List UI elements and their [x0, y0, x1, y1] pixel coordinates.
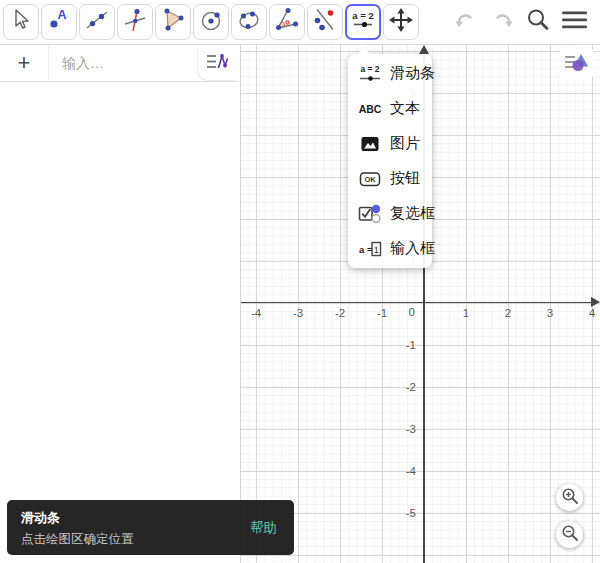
x-tick: -4 [251, 307, 261, 319]
x-axis-arrow-icon [591, 297, 600, 307]
menu-item-checkbox[interactable]: 复选框 [348, 196, 432, 231]
search-button[interactable] [524, 8, 552, 36]
text-icon: ABC [357, 98, 382, 120]
toolbar-actions [452, 8, 600, 36]
x-tick: 2 [505, 307, 511, 319]
redo-button[interactable] [488, 8, 516, 36]
stylebar-icon [563, 49, 590, 79]
button-icon: OK [357, 168, 382, 190]
tool-slider[interactable]: a = 2 [345, 4, 381, 40]
menu-item-slider[interactable]: a = 2 滑动条 [348, 56, 432, 91]
menu-item-label: 按钮 [390, 169, 420, 188]
menu-item-label: 文本 [390, 99, 420, 118]
origin-tick: 0 [409, 306, 415, 318]
svg-text:a = 2: a = 2 [360, 64, 379, 74]
graphics-stylebar-button[interactable] [558, 48, 595, 79]
tool-circle-with-center[interactable] [193, 4, 229, 40]
tool-angle[interactable] [269, 4, 305, 40]
svg-text:OK: OK [364, 175, 376, 184]
x-tick: 1 [463, 307, 469, 319]
line-icon [84, 7, 110, 37]
search-icon [524, 6, 552, 38]
slider-icon: a = 2 [357, 63, 382, 85]
tool-polygon[interactable] [155, 4, 191, 40]
conic-icon [236, 7, 262, 37]
menu-item-label: 图片 [390, 134, 420, 153]
y-tick: -4 [406, 465, 416, 477]
zoom-out-button[interactable] [556, 521, 583, 548]
menu-item-label: 复选框 [390, 204, 435, 223]
x-axis [241, 302, 596, 304]
tooltip-title: 滑动条 [21, 509, 280, 527]
slider-icon: a = 2 [350, 7, 376, 37]
y-tick: -2 [406, 381, 416, 393]
input-help-icon [205, 49, 231, 79]
y-tick: -3 [406, 423, 416, 435]
redo-icon [489, 7, 515, 37]
zoom-out-icon [561, 524, 579, 546]
tooltip-message: 点击绘图区确定位置 [21, 531, 280, 548]
move-view-icon [388, 7, 414, 37]
hamburger-menu-icon [561, 8, 588, 36]
x-tick: 4 [589, 307, 595, 319]
tool-move-pointer[interactable] [3, 4, 39, 40]
menu-item-label: 滑动条 [390, 64, 435, 83]
slider-tool-dropdown: a = 2 滑动条 ABC 文本 图片 OK 按钮 复选框 a =1 输入框 [348, 54, 432, 268]
inputbox-icon: a =1 [357, 238, 382, 260]
input-help-button[interactable] [198, 47, 238, 80]
zoom-in-icon [561, 487, 579, 509]
menu-item-image[interactable]: 图片 [348, 126, 432, 161]
y-tick: -1 [406, 339, 416, 351]
tool-point[interactable]: A [41, 4, 77, 40]
menu-item-button[interactable]: OK 按钮 [348, 161, 432, 196]
undo-button[interactable] [452, 8, 480, 36]
menu-button[interactable] [560, 8, 588, 36]
x-tick: -1 [377, 307, 387, 319]
tool-move-graphics-view[interactable] [383, 4, 419, 40]
angle-icon [274, 7, 300, 37]
y-axis-arrow-icon [419, 45, 429, 54]
svg-text:a = 2: a = 2 [352, 10, 373, 21]
polygon-icon [160, 7, 186, 37]
tool-reflection[interactable] [307, 4, 343, 40]
algebra-panel: + [0, 45, 241, 563]
undo-icon [453, 7, 479, 37]
tool-tooltip-snackbar: 滑动条 点击绘图区确定位置 帮助 [7, 500, 294, 555]
tool-conic-through-points[interactable] [231, 4, 267, 40]
checkbox-icon [357, 203, 382, 225]
tool-line[interactable] [79, 4, 115, 40]
menu-item-text[interactable]: ABC 文本 [348, 91, 432, 126]
svg-text:1: 1 [373, 244, 378, 254]
help-button[interactable]: 帮助 [250, 519, 277, 537]
perpendicular-line-icon [122, 7, 148, 37]
menu-item-label: 输入框 [390, 239, 435, 258]
add-expression-button[interactable]: + [0, 45, 49, 81]
menu-item-inputbox[interactable]: a =1 输入框 [348, 231, 432, 266]
algebra-input-row: + [0, 45, 240, 82]
tool-perpendicular-line[interactable] [117, 4, 153, 40]
cursor-arrow-icon [8, 7, 34, 37]
y-tick: -5 [406, 507, 416, 519]
point-icon: A [46, 7, 72, 37]
svg-text:a =: a = [359, 243, 373, 254]
x-tick: -2 [335, 307, 345, 319]
svg-text:ABC: ABC [358, 103, 381, 115]
x-tick: -3 [293, 307, 303, 319]
svg-text:A: A [57, 8, 66, 22]
x-tick: 3 [547, 307, 553, 319]
reflection-icon [312, 7, 338, 37]
geogebra-app: A a = 2 [0, 0, 600, 563]
circle-icon [198, 7, 224, 37]
zoom-in-button[interactable] [556, 484, 583, 511]
toolbar: A a = 2 [0, 0, 600, 45]
image-icon [357, 133, 382, 155]
